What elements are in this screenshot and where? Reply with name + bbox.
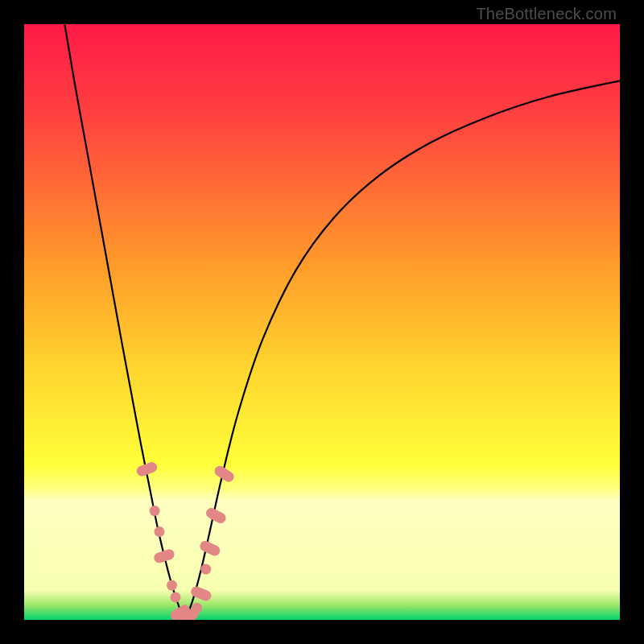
chart-svg <box>24 24 620 620</box>
watermark-text: TheBottleneck.com <box>476 5 617 23</box>
plot-area <box>24 24 620 620</box>
gradient-background <box>24 24 620 620</box>
data-marker <box>192 603 202 613</box>
chart-frame: TheBottleneck.com <box>0 0 644 644</box>
data-marker <box>200 564 211 575</box>
data-marker <box>150 506 160 516</box>
data-marker <box>170 592 180 602</box>
data-marker <box>154 526 164 537</box>
data-marker <box>167 580 177 591</box>
